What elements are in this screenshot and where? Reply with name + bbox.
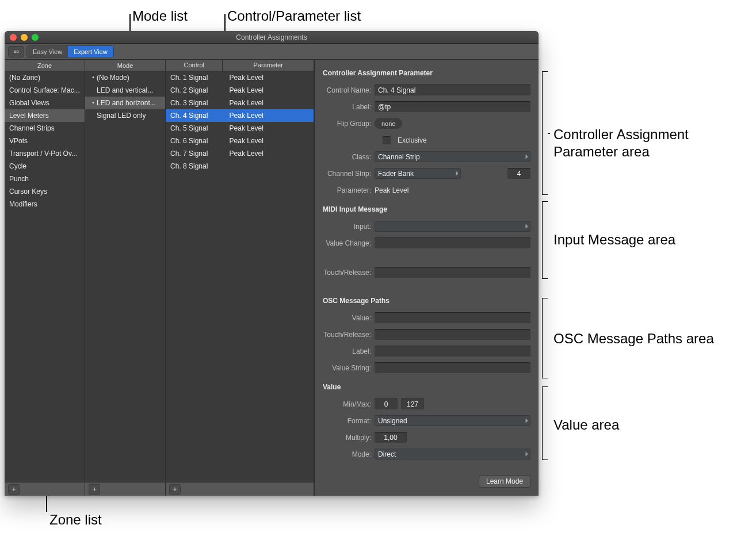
value-mode-select[interactable]: Direct (375, 449, 530, 459)
controlparam-item[interactable]: Ch. 8 Signal (166, 160, 314, 173)
format-select[interactable]: Unsigned (375, 415, 530, 426)
control-header[interactable]: Control (166, 60, 223, 71)
callout-value-area: Value area (553, 417, 619, 433)
parameter-cell: Peak Level (225, 86, 314, 94)
bracket-osc-area (542, 298, 548, 378)
zone-item[interactable]: Level Meters (5, 109, 85, 122)
touch-release-label: Touch/Release: (323, 269, 371, 277)
min-field[interactable]: 0 (375, 399, 398, 409)
callout-param-area-2: Parameter area (553, 144, 650, 160)
toolbar: Easy View Expert View (5, 44, 539, 60)
zone-item[interactable]: Punch (5, 173, 85, 185)
osc-label-label: Label: (323, 347, 371, 355)
plus-icon: + (92, 485, 97, 493)
add-controlparam-button[interactable]: + (169, 484, 181, 495)
parameter-cell: Peak Level (225, 99, 314, 107)
control-cell: Ch. 4 Signal (166, 112, 225, 120)
controlparam-item[interactable]: Ch. 4 SignalPeak Level (166, 109, 314, 122)
bracket-param-area (542, 71, 548, 195)
channel-strip-number[interactable]: 4 (507, 168, 530, 179)
osc-touchrelease-field[interactable] (375, 329, 530, 340)
mode-list[interactable]: •(No Mode)LED and vertical...•LED and ho… (85, 71, 165, 482)
zone-panel: Zone (No Zone)Control Surface: Mac...Glo… (5, 60, 85, 496)
flip-group-label: Flip Group: (323, 120, 371, 128)
osc-valuestring-field[interactable] (375, 362, 530, 373)
control-name-label: Control Name: (323, 86, 371, 94)
controlparam-item[interactable]: Ch. 7 SignalPeak Level (166, 147, 314, 160)
section-title-value: Value (323, 383, 530, 391)
mode-item[interactable]: Signal LED only (85, 109, 165, 122)
zone-header[interactable]: Zone (5, 60, 85, 71)
mode-item-label: Signal LED only (97, 112, 146, 120)
zone-item[interactable]: Transport / V-Pot Ov... (5, 147, 85, 160)
controlparam-item[interactable]: Ch. 5 SignalPeak Level (166, 122, 314, 135)
bracket-input-area (542, 201, 548, 279)
easy-view-tab[interactable]: Easy View (27, 46, 68, 58)
learn-mode-button[interactable]: Learn Mode (479, 475, 530, 488)
controlparam-item[interactable]: Ch. 3 SignalPeak Level (166, 97, 314, 109)
controlparam-item[interactable]: Ch. 2 SignalPeak Level (166, 84, 314, 97)
plus-icon: + (12, 485, 16, 493)
controlparam-item[interactable]: Ch. 6 SignalPeak Level (166, 135, 314, 147)
parameter-label: Parameter: (323, 186, 371, 194)
zone-item[interactable]: Control Surface: Mac... (5, 84, 85, 97)
link-button[interactable] (8, 46, 24, 58)
zone-list[interactable]: (No Zone)Control Surface: Mac...Global V… (5, 71, 85, 482)
zoom-icon[interactable] (32, 34, 39, 41)
zone-item[interactable]: Modifiers (5, 198, 85, 210)
zone-item[interactable]: (No Zone) (5, 71, 85, 84)
section-title-midi: MIDI Input Message (323, 205, 530, 213)
parameter-cell: Peak Level (225, 137, 314, 145)
control-cell: Ch. 7 Signal (166, 150, 225, 158)
callout-line (548, 133, 550, 134)
titlebar[interactable]: Controller Assignments (5, 31, 539, 44)
mode-item[interactable]: •LED and horizont... (85, 97, 165, 109)
osc-valuestring-label: Value String: (323, 364, 371, 372)
callout-param-area-1: Controller Assignment (553, 127, 689, 143)
label-field[interactable]: @tp (375, 101, 530, 112)
touch-release-field[interactable] (375, 267, 530, 278)
multiply-field[interactable]: 1,00 (375, 432, 407, 443)
zone-item[interactable]: Cursor Keys (5, 185, 85, 198)
mode-header[interactable]: Mode (85, 60, 165, 71)
close-icon[interactable] (10, 34, 17, 41)
parameter-cell: Peak Level (225, 74, 314, 82)
mode-item-label: (No Mode) (97, 74, 129, 82)
exclusive-checkbox[interactable] (383, 136, 391, 144)
mode-item-label: LED and vertical... (97, 86, 153, 94)
control-cell: Ch. 6 Signal (166, 137, 225, 145)
class-select[interactable]: Channel Strip (375, 151, 530, 162)
expert-view-tab[interactable]: Expert View (68, 46, 113, 58)
osc-touchrelease-label: Touch/Release: (323, 331, 371, 339)
zone-item[interactable]: VPots (5, 135, 85, 147)
minimize-icon[interactable] (21, 34, 28, 41)
control-name-field[interactable]: Ch. 4 Signal (375, 85, 530, 95)
mode-panel: Mode •(No Mode)LED and vertical...•LED a… (85, 60, 166, 496)
flip-group-value[interactable]: none (375, 118, 402, 129)
mode-item-label: LED and horizont... (97, 99, 156, 107)
osc-value-field[interactable] (375, 312, 530, 323)
label-label: Label: (323, 103, 371, 111)
zone-item[interactable]: Global Views (5, 97, 85, 109)
add-mode-button[interactable]: + (89, 484, 100, 495)
parameter-cell: Peak Level (225, 150, 314, 158)
osc-label-field[interactable] (375, 346, 530, 357)
channel-strip-select[interactable]: Fader Bank (375, 168, 461, 179)
controlparam-item[interactable]: Ch. 1 SignalPeak Level (166, 71, 314, 84)
add-zone-button[interactable]: + (8, 484, 20, 495)
zone-item[interactable]: Channel Strips (5, 122, 85, 135)
callout-line (46, 496, 47, 512)
mode-item[interactable]: LED and vertical... (85, 84, 165, 97)
controller-assignments-window: Controller Assignments Easy View Expert … (5, 31, 539, 496)
osc-value-label: Value: (323, 314, 371, 322)
exclusive-label: Exclusive (398, 136, 427, 144)
control-cell: Ch. 1 Signal (166, 74, 225, 82)
parameter-header[interactable]: Parameter (223, 60, 314, 71)
mode-item[interactable]: •(No Mode) (85, 71, 165, 84)
max-field[interactable]: 127 (401, 399, 424, 409)
controlparam-list[interactable]: Ch. 1 SignalPeak LevelCh. 2 SignalPeak L… (166, 71, 314, 482)
midi-input-select[interactable] (375, 221, 530, 232)
zone-item[interactable]: Cycle (5, 160, 85, 173)
value-change-field[interactable] (375, 238, 530, 248)
plus-icon: + (173, 485, 177, 493)
